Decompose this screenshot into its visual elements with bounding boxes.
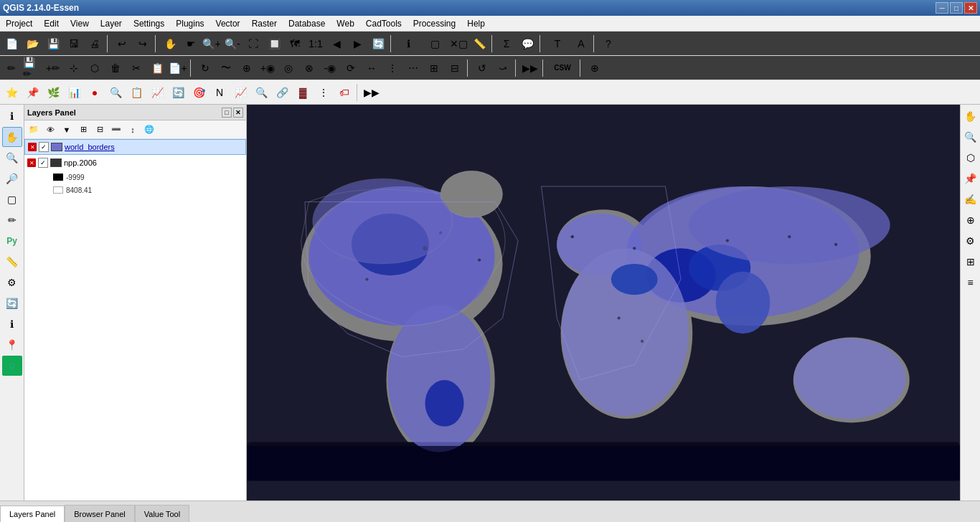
plugin-btn-9[interactable]: 🔄 <box>168 82 188 103</box>
rotate-button[interactable]: ↻ <box>195 58 215 78</box>
more-button[interactable]: ▶▶ <box>520 58 540 78</box>
pan-to-selection-button[interactable]: ☛ <box>181 34 201 54</box>
label-button[interactable]: 💬 <box>517 34 537 54</box>
delete-selected-button[interactable]: 🗑 <box>105 58 126 78</box>
manage-layers-button[interactable]: 👁 <box>42 122 58 138</box>
redo-button[interactable]: ↪ <box>133 34 153 54</box>
menu-layer[interactable]: Layer <box>95 16 128 31</box>
zoom-next-button[interactable]: ▶ <box>347 34 367 54</box>
layer-visibility-world-borders[interactable]: ✕ <box>28 143 37 151</box>
right-tool-5[interactable]: ✍ <box>961 189 981 209</box>
layer-check-npp2006[interactable]: ✓ <box>38 158 48 168</box>
layer-check-world-borders[interactable]: ✓ <box>39 142 49 152</box>
zoom-full-button[interactable]: ⛶ <box>243 34 263 54</box>
plugin-btn-13[interactable]: 🔍 <box>251 82 271 103</box>
pan-button[interactable]: ✋ <box>160 34 180 54</box>
new-project-button[interactable]: 📄 <box>1 34 22 54</box>
panel-close-button[interactable]: ✕ <box>233 108 243 118</box>
history-button[interactable]: 🔄 <box>2 293 22 313</box>
plugin-btn-16[interactable]: ⋮ <box>314 82 334 103</box>
select-button[interactable]: ▢ <box>422 34 448 54</box>
identify-side-button[interactable]: ℹ <box>2 106 22 126</box>
plugin-btn-2[interactable]: 📌 <box>22 82 42 103</box>
fill-ring-button[interactable]: ◎ <box>278 58 298 78</box>
save-as-button[interactable]: 🖫 <box>64 34 84 54</box>
expand-all-button[interactable]: ⊞ <box>75 122 91 138</box>
panel-float-button[interactable]: □ <box>222 108 232 118</box>
close-button[interactable]: ✕ <box>964 2 977 14</box>
pan-side-button[interactable]: ✋ <box>2 127 22 147</box>
gps-button[interactable]: ⊕ <box>585 58 605 78</box>
open-project-button[interactable]: 📂 <box>22 34 42 54</box>
simplify-button[interactable]: 〜 <box>216 58 236 78</box>
menu-raster[interactable]: Raster <box>246 16 283 31</box>
undo-button[interactable]: ↩ <box>112 34 132 54</box>
info-side-button[interactable]: ℹ <box>2 314 22 334</box>
plugin-btn-15[interactable]: ▓ <box>293 82 313 103</box>
paste-features-button[interactable]: 📄+ <box>168 58 188 78</box>
menu-web[interactable]: Web <box>331 16 359 31</box>
menu-edit[interactable]: Edit <box>38 16 65 31</box>
csw-button[interactable]: CSW <box>547 58 578 78</box>
maximize-button[interactable]: □ <box>950 2 963 14</box>
measure-side-button[interactable]: 📏 <box>2 252 22 272</box>
layer-order-button[interactable]: ↕ <box>125 122 141 138</box>
rotate-point-button[interactable]: ↺ <box>472 58 492 78</box>
menu-database[interactable]: Database <box>283 16 331 31</box>
measure-button[interactable]: 📏 <box>469 34 489 54</box>
print-button[interactable]: 🖨 <box>85 34 105 54</box>
menu-settings[interactable]: Settings <box>128 16 170 31</box>
deselect-button[interactable]: ✕▢ <box>448 34 468 54</box>
layer-item-world-borders[interactable]: ✕ ✓ world_borders <box>24 139 246 155</box>
menu-plugins[interactable]: Plugins <box>170 16 209 31</box>
save-edits-button[interactable]: 💾✏ <box>22 58 42 78</box>
zoom-in-side-button[interactable]: 🔍 <box>2 148 22 168</box>
right-tool-6[interactable]: ⊕ <box>961 210 981 230</box>
text2-button[interactable]: A <box>571 34 591 54</box>
move-feature-button[interactable]: ⊹ <box>64 58 84 78</box>
plugin-btn-11[interactable]: N <box>209 82 230 103</box>
select-side-button[interactable]: ▢ <box>2 189 22 209</box>
plugin-btn-12[interactable]: 📈 <box>230 82 250 103</box>
plugin-btn-6[interactable]: 🔍 <box>105 82 126 103</box>
right-tool-1[interactable]: ✋ <box>961 106 981 126</box>
plugin-btn-5[interactable]: ● <box>85 82 105 103</box>
plugin-btn-7[interactable]: 📋 <box>126 82 146 103</box>
cut-features-button[interactable]: ✂ <box>126 58 146 78</box>
reshape-button[interactable]: ⟳ <box>341 58 361 78</box>
plugin-btn-10[interactable]: 🎯 <box>189 82 209 103</box>
zoom-in-button[interactable]: 🔍+ <box>202 34 222 54</box>
python-button[interactable]: Py <box>2 231 22 251</box>
right-tool-4[interactable]: 📌 <box>961 169 981 189</box>
edit-side-button[interactable]: ✏ <box>2 210 22 230</box>
plugin-btn-4[interactable]: 📊 <box>64 82 84 103</box>
zoom-last-button[interactable]: ◀ <box>326 34 347 54</box>
right-tool-8[interactable]: ⊞ <box>961 252 981 272</box>
right-tool-7[interactable]: ⚙ <box>961 231 981 251</box>
toggle-edit-button[interactable]: ✏ <box>1 58 22 78</box>
add-group-button[interactable]: 📁 <box>26 122 42 138</box>
layer-item-npp2006[interactable]: ✕ ✓ npp.2006 <box>24 155 246 171</box>
plugin-btn-14[interactable]: 🔗 <box>272 82 292 103</box>
offset-curve-button[interactable]: ⤻ <box>493 58 513 78</box>
merge-button[interactable]: ⊞ <box>424 58 444 78</box>
menu-processing[interactable]: Processing <box>407 16 461 31</box>
right-tool-2[interactable]: 🔍 <box>961 127 981 147</box>
menu-project[interactable]: Project <box>0 16 38 31</box>
sum-button[interactable]: Σ <box>496 34 517 54</box>
layer-visibility-button[interactable]: 🌐 <box>141 122 157 138</box>
add-ring-button[interactable]: ⊕ <box>237 58 257 78</box>
delete-part-button[interactable]: -◉ <box>320 58 340 78</box>
zoom-selection-button[interactable]: 🔲 <box>264 34 284 54</box>
menu-help[interactable]: Help <box>461 16 491 31</box>
identify-button[interactable]: ℹ <box>395 34 421 54</box>
zoom-native-button[interactable]: 1:1 <box>306 34 326 54</box>
offset-button[interactable]: ↔ <box>362 58 382 78</box>
map-area[interactable] <box>247 105 960 500</box>
add-part-button[interactable]: +◉ <box>258 58 278 78</box>
split-parts-button[interactable]: ⋯ <box>403 58 423 78</box>
tab-browser-panel[interactable]: Browser Panel <box>65 505 135 522</box>
menu-cadtools[interactable]: CadTools <box>360 16 407 31</box>
right-tool-3[interactable]: ⬡ <box>961 148 981 168</box>
help-button[interactable]: ? <box>598 34 618 54</box>
